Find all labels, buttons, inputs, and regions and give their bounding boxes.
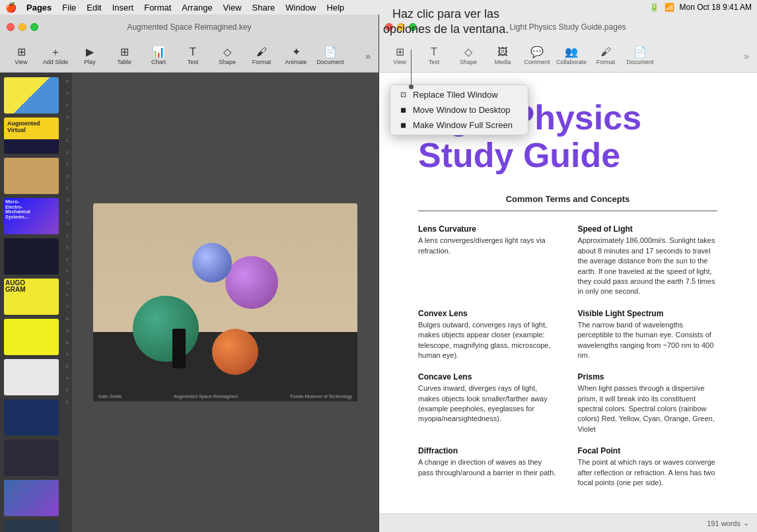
window-title-left: Augmented Space Reimagined.key: [127, 22, 251, 32]
menu-share[interactable]: Share: [248, 2, 280, 13]
menu-arrange[interactable]: Arrange: [177, 2, 217, 13]
animate-icon: ✦: [292, 47, 301, 57]
list-item[interactable]: 12: [4, 520, 59, 532]
toolbar-expand-right-btn[interactable]: »: [741, 48, 752, 64]
menu-view[interactable]: View: [219, 2, 246, 13]
list-item[interactable]: 8: [4, 359, 59, 395]
toolbar-table-btn[interactable]: ⊞ Table: [108, 42, 140, 70]
list-item[interactable]: 7: [4, 319, 59, 355]
slide-main-area[interactable]: Kate Grella Augmented Space Reimagined F…: [72, 73, 378, 532]
view-icon: ⊞: [17, 47, 26, 57]
toolbar-document-btn[interactable]: 📄 Document: [314, 42, 346, 70]
list-item[interactable]: 9: [4, 399, 59, 436]
slide-thumbnail-6: AUGOGRAM: [4, 279, 59, 315]
toolbar-document-label: Document: [316, 59, 343, 65]
menu-format[interactable]: Format: [139, 2, 176, 13]
toolbar-document-right-label: Document: [626, 59, 653, 65]
traffic-lights-right: [385, 23, 417, 31]
term-title-8: Focal Point: [578, 446, 718, 455]
toolbar-document-right-btn[interactable]: 📄 Document: [624, 42, 656, 70]
slide-thumbnail-7: [4, 319, 59, 355]
term-desc-5: Curves inward, diverges rays of light, m…: [418, 383, 558, 424]
format-icon: 🖌: [256, 47, 267, 57]
dropdown-menu: ⊡ Replace Tiled Window ◼ Move Window to …: [390, 84, 528, 135]
menu-pages[interactable]: Pages: [22, 2, 56, 13]
toolbar-collaborate-right-btn[interactable]: 👥 Collaborate: [556, 42, 587, 70]
menu-edit[interactable]: Edit: [82, 2, 106, 13]
dropdown-label-move: Move Window to Desktop: [413, 105, 510, 115]
toolbar-collaborate-right-label: Collaborate: [556, 59, 587, 65]
document-content: Light Physics Study Guide Common Terms a…: [378, 73, 757, 514]
toolbar-text-right-label: Text: [429, 59, 440, 65]
term-title-7: Diffraction: [418, 446, 558, 455]
list-item[interactable]: 11: [4, 480, 59, 516]
term-concave-lens: Concave Lens Curves inward, diverges ray…: [418, 372, 558, 434]
close-button-left[interactable]: [7, 23, 15, 31]
text-icon: T: [190, 47, 196, 57]
toolbar-format-right-btn[interactable]: 🖌 Format: [590, 42, 622, 70]
term-title-4: Visible Light Spectrum: [578, 309, 718, 318]
toolbar-text-btn[interactable]: T Text: [177, 42, 209, 70]
list-item[interactable]: 5: [4, 238, 59, 275]
toolbar-animate-btn[interactable]: ✦ Animate: [280, 42, 312, 70]
toolbar-media-right-btn[interactable]: 🖼 Media: [487, 42, 519, 70]
list-item[interactable]: 2 AugmentedVirtual: [4, 117, 59, 154]
menu-file[interactable]: File: [57, 2, 81, 13]
toolbar-format-label: Format: [252, 59, 271, 65]
menu-insert[interactable]: Insert: [108, 2, 139, 13]
dropdown-item-fullscreen[interactable]: ◼ Make Window Full Screen: [390, 117, 528, 133]
slide-thumbnail-11: [4, 480, 59, 516]
term-focal-point: Focal Point The point at which rays or w…: [578, 446, 718, 488]
close-button-right[interactable]: [385, 23, 393, 31]
term-convex-lens: Convex Lens Bulges outward, converges ra…: [418, 309, 558, 361]
window-divider: [378, 15, 379, 532]
toolbar-play-btn[interactable]: ▶ Play: [74, 42, 106, 70]
toolbar-shape-btn[interactable]: ◇ Shape: [211, 42, 243, 70]
term-speed-of-light: Speed of Light Approximately 186,000mi/s…: [578, 224, 718, 296]
fullscreen-button-right[interactable]: [409, 23, 417, 31]
toolbar-chart-btn[interactable]: 📊 Chart: [143, 42, 174, 70]
toolbar-media-right-label: Media: [495, 59, 511, 65]
list-item[interactable]: 6 AUGOGRAM: [4, 279, 59, 315]
apple-menu[interactable]: 🍎: [5, 2, 17, 13]
figure: [172, 329, 186, 368]
toolbar-addslide-btn[interactable]: ＋ Add Slide: [40, 42, 71, 70]
document-right-icon: 📄: [633, 47, 647, 57]
sphere-1: [225, 256, 278, 309]
wifi-icon: 📶: [665, 3, 674, 12]
toolbar-animate-label: Animate: [285, 59, 306, 65]
document-subtitle: Common Terms and Concepts: [418, 194, 717, 204]
list-item[interactable]: 3: [4, 158, 59, 194]
window-title-right: Light Physics Study Guide.pages: [509, 22, 626, 32]
list-item[interactable]: 4 Micro-Electro-MechanicalSystems...: [4, 198, 59, 234]
slide-thumbnail-1: [4, 77, 59, 114]
term-visible-light: Visible Light Spectrum The narrow band o…: [578, 309, 718, 361]
fullscreen-button-left[interactable]: [30, 23, 38, 31]
menubar-right: 🔋 📶 Mon Oct 18 9:41 AM: [649, 3, 752, 12]
chart-icon: 📊: [152, 47, 165, 57]
toolbar-view-btn[interactable]: ⊞ View: [5, 42, 37, 70]
toolbar-comment-right-btn[interactable]: 💬 Comment: [521, 42, 553, 70]
menu-help[interactable]: Help: [322, 2, 349, 13]
menu-window[interactable]: Window: [281, 2, 320, 13]
move-desktop-icon: ◼: [398, 106, 408, 115]
document-icon: 📄: [324, 47, 337, 57]
terms-grid: Lens Curvature A lens converges/diverges…: [418, 224, 717, 500]
list-item[interactable]: 10: [4, 440, 59, 476]
tooltip-line: [411, 50, 412, 86]
toolbar-format-btn[interactable]: 🖌 Format: [246, 42, 277, 70]
shape-icon: ◇: [223, 47, 231, 57]
dropdown-item-move[interactable]: ◼ Move Window to Desktop: [390, 102, 528, 117]
slide-panel[interactable]: 1 2 AugmentedVirtual 3 4 Micro-Electr: [0, 73, 63, 532]
slide-thumbnail-2: AugmentedVirtual: [4, 117, 59, 154]
toolbar-expand-btn[interactable]: »: [363, 48, 373, 64]
doc-divider: [418, 211, 717, 211]
minimize-button-left[interactable]: [18, 23, 26, 31]
toolbar-text-right-btn[interactable]: T Text: [418, 42, 450, 70]
word-count-arrow-icon[interactable]: ⌄: [743, 519, 749, 527]
toolbar-shape-right-btn[interactable]: ◇ Shape: [452, 42, 484, 70]
minimize-button-right[interactable]: [397, 23, 405, 31]
list-item[interactable]: 1: [4, 77, 59, 114]
dropdown-item-replace[interactable]: ⊡ Replace Tiled Window: [390, 87, 528, 102]
term-title-1: Lens Curvature: [418, 224, 558, 234]
